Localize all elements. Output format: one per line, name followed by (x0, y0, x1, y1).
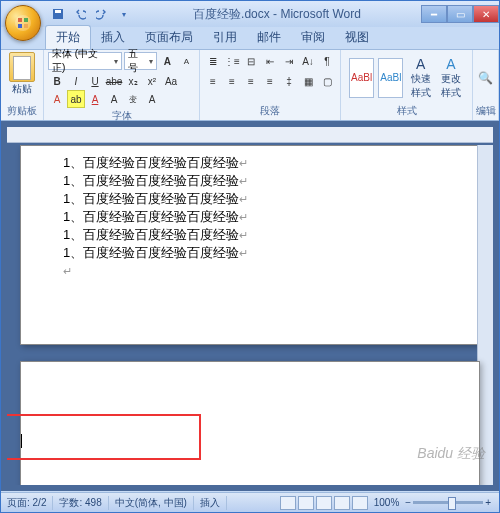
annotation-text: 按Backspace或Delete删除 (61, 482, 279, 485)
status-page[interactable]: 页面: 2/2 (1, 496, 53, 510)
group-font: 宋体 (中文正) 五号 A A B I U abe x₂ x² Aa A ab (44, 50, 200, 120)
svg-rect-2 (24, 18, 28, 22)
status-language[interactable]: 中文(简体, 中国) (109, 496, 194, 510)
change-case-button[interactable]: Aa (162, 72, 180, 90)
status-words[interactable]: 字数: 498 (53, 496, 108, 510)
shading-button[interactable]: ▦ (299, 72, 317, 90)
view-outline-icon[interactable] (334, 496, 350, 510)
quick-styles-button[interactable]: A快速样式 (407, 56, 433, 100)
svg-rect-1 (18, 18, 22, 22)
ribbon: 粘贴 剪贴板 宋体 (中文正) 五号 A A B I U abe x₂ (1, 49, 499, 121)
doc-line: 1、百度经验百度经验百度经验 (63, 208, 437, 226)
tab-references[interactable]: 引用 (203, 26, 247, 49)
close-button[interactable]: ✕ (473, 5, 499, 23)
pinyin-button[interactable]: 变 (124, 90, 142, 108)
align-left-button[interactable]: ≡ (204, 72, 222, 90)
numbering-button[interactable]: ⋮≡ (223, 52, 241, 70)
strike-button[interactable]: abe (105, 72, 123, 90)
align-center-button[interactable]: ≡ (223, 72, 241, 90)
bold-button[interactable]: B (48, 72, 66, 90)
group-clipboard-label: 剪贴板 (5, 103, 39, 118)
group-editing: 🔍 编辑 (473, 50, 499, 120)
view-web-layout-icon[interactable] (316, 496, 332, 510)
status-bar: 页面: 2/2 字数: 498 中文(简体, 中国) 插入 100% − + (1, 492, 499, 512)
align-right-button[interactable]: ≡ (242, 72, 260, 90)
superscript-button[interactable]: x² (143, 72, 161, 90)
shrink-font-icon[interactable]: A (178, 52, 195, 70)
char-border-button[interactable]: A (105, 90, 123, 108)
svg-rect-6 (55, 10, 61, 13)
status-mode[interactable]: 插入 (194, 496, 227, 510)
bullets-button[interactable]: ≣ (204, 52, 222, 70)
style-preview-2[interactable]: AaBl (378, 58, 403, 98)
text-effects-button[interactable]: A (48, 90, 66, 108)
save-icon[interactable] (49, 5, 67, 23)
office-button[interactable] (5, 5, 41, 41)
group-styles: AaBl AaBl A快速样式 A更改样式 样式 (341, 50, 473, 120)
change-styles-button[interactable]: A更改样式 (438, 56, 464, 100)
maximize-button[interactable]: ▭ (447, 5, 473, 23)
underline-button[interactable]: U (86, 72, 104, 90)
show-marks-button[interactable]: ¶ (318, 52, 336, 70)
svg-rect-4 (24, 24, 28, 28)
view-draft-icon[interactable] (352, 496, 368, 510)
zoom-slider[interactable] (413, 501, 483, 504)
group-styles-label: 样式 (345, 103, 468, 118)
justify-button[interactable]: ≡ (261, 72, 279, 90)
font-size-combo[interactable]: 五号 (124, 52, 157, 70)
line-spacing-button[interactable]: ‡ (280, 72, 298, 90)
view-print-layout-icon[interactable] (280, 496, 296, 510)
sort-button[interactable]: A↓ (299, 52, 317, 70)
group-paragraph-label: 段落 (204, 103, 336, 118)
title-bar: ▾ 百度经验.docx - Microsoft Word ━ ▭ ✕ (1, 1, 499, 27)
doc-line: 1、百度经验百度经验百度经验 (63, 226, 437, 244)
window-title: 百度经验.docx - Microsoft Word (133, 6, 421, 23)
grow-font-icon[interactable]: A (159, 52, 176, 70)
subscript-button[interactable]: x₂ (124, 72, 142, 90)
page-1[interactable]: 1、百度经验百度经验百度经验 1、百度经验百度经验百度经验 1、百度经验百度经验… (20, 145, 480, 345)
tab-home[interactable]: 开始 (45, 25, 91, 49)
doc-empty-para (63, 262, 437, 280)
annotation-box (7, 414, 201, 460)
doc-line: 1、百度经验百度经验百度经验 (63, 154, 437, 172)
horizontal-ruler[interactable] (7, 127, 493, 143)
font-face-combo[interactable]: 宋体 (中文正) (48, 52, 122, 70)
paste-button[interactable]: 粘贴 (5, 52, 39, 96)
undo-icon[interactable] (71, 5, 89, 23)
tab-view[interactable]: 视图 (335, 26, 379, 49)
indent-dec-button[interactable]: ⇤ (261, 52, 279, 70)
borders-button[interactable]: ▢ (318, 72, 336, 90)
indent-inc-button[interactable]: ⇥ (280, 52, 298, 70)
highlight-button[interactable]: ab (67, 90, 85, 108)
zoom-in-button[interactable]: + (485, 497, 491, 508)
redo-icon[interactable] (93, 5, 111, 23)
tab-insert[interactable]: 插入 (91, 26, 135, 49)
paste-icon (9, 52, 35, 82)
style-preview-1[interactable]: AaBl (349, 58, 374, 98)
qat-more-icon[interactable]: ▾ (115, 5, 133, 23)
italic-button[interactable]: I (67, 72, 85, 90)
doc-line: 1、百度经验百度经验百度经验 (63, 190, 437, 208)
paste-label: 粘贴 (5, 82, 39, 96)
zoom-out-button[interactable]: − (405, 497, 411, 508)
minimize-button[interactable]: ━ (421, 5, 447, 23)
group-paragraph: ≣ ⋮≡ ⊟ ⇤ ⇥ A↓ ¶ ≡ ≡ ≡ ≡ ‡ ▦ ▢ (200, 50, 341, 120)
text-cursor (21, 434, 22, 448)
tab-mailings[interactable]: 邮件 (247, 26, 291, 49)
document-area: 1、百度经验百度经验百度经验 1、百度经验百度经验百度经验 1、百度经验百度经验… (1, 121, 499, 491)
view-full-screen-icon[interactable] (298, 496, 314, 510)
quick-access-toolbar: ▾ (49, 5, 133, 23)
watermark: Baidu 经验 (417, 445, 485, 463)
page-2[interactable]: 按Backspace或Delete删除 (20, 361, 480, 485)
doc-line: 1、百度经验百度经验百度经验 (63, 244, 437, 262)
find-icon[interactable]: 🔍 (478, 71, 493, 85)
group-clipboard: 粘贴 剪贴板 (1, 50, 44, 120)
font-color-button[interactable]: A (86, 90, 104, 108)
multilevel-button[interactable]: ⊟ (242, 52, 260, 70)
svg-rect-3 (18, 24, 22, 28)
ribbon-tabs: 开始 插入 页面布局 引用 邮件 审阅 视图 (45, 27, 499, 49)
tab-pagelayout[interactable]: 页面布局 (135, 26, 203, 49)
zoom-level[interactable]: 100% (374, 497, 400, 508)
tab-review[interactable]: 审阅 (291, 26, 335, 49)
char-shading-button[interactable]: A (143, 90, 161, 108)
